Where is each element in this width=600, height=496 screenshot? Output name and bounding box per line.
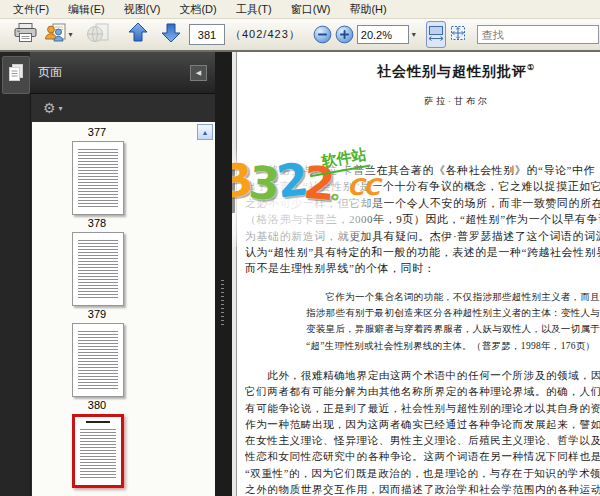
menu-item[interactable]: 窗口(W) bbox=[282, 0, 341, 19]
zoom-level-input[interactable] bbox=[357, 25, 409, 44]
page-thumbnail-label: 380 bbox=[70, 399, 124, 412]
scroll-up-button[interactable]: ▲ bbox=[197, 124, 213, 140]
zoom-in-button[interactable] bbox=[335, 25, 354, 45]
toolbar: ▾ （402/423） bbox=[0, 19, 600, 52]
text-line: 为基础的新造词，就更加具有疑问。杰伊·普罗瑟描述了这个词语的词源， bbox=[245, 228, 600, 244]
printer-icon bbox=[14, 23, 37, 46]
text-line: 之必不可少一样，但它却是一个令人不安的场所，而非一致赞同的所在。” bbox=[245, 195, 600, 211]
page-thumbnail[interactable] bbox=[72, 323, 124, 397]
pages-panel-sidebar: 页面 ◀ ⚙ ▾ ▲ 377378379380 bbox=[0, 52, 215, 496]
fit-width-button[interactable] bbox=[426, 21, 446, 48]
thumbnail-list: 377378379380 bbox=[32, 122, 215, 488]
page-thumbnail-label: 378 bbox=[70, 217, 124, 230]
panel-title: 页面 bbox=[38, 64, 62, 81]
thumbnail-text-preview bbox=[78, 240, 118, 298]
text-line: 作为一种范畴出现，因为这两者确实已经通过各种争论而发展起来，譬如， bbox=[245, 417, 600, 433]
block-quote: 它作为一个集合名词的功能，不仅指涉那些超性别主义者，而且也指涉那些有别于最初创造… bbox=[306, 289, 600, 354]
arrow-up-icon bbox=[128, 22, 148, 47]
text-line: 有可能争论说，正是到了最近，社会性别与超性别的理论才以其自身的资格 bbox=[245, 401, 600, 417]
quote-line: 指涉那些有别于最初创造来区分各种超性别主义者的主体：变性人与 bbox=[306, 305, 600, 321]
previous-page-button[interactable] bbox=[123, 21, 153, 48]
text-line: 性恋和女同性恋研究中的各种争论。这两个词语在另一种情况下同样也是 bbox=[245, 449, 600, 465]
fit-page-button[interactable] bbox=[449, 22, 467, 47]
panel-collapse-button[interactable]: ◀ bbox=[190, 65, 207, 81]
pages-icon bbox=[8, 64, 24, 86]
panel-options-row: ⚙ ▾ bbox=[30, 94, 215, 122]
text-line: 格洛弗与科拉·卡普兰在其合著的《各种社会性别》的“导论”中作 bbox=[245, 162, 600, 178]
paragraph-2: 此外，很难精确地界定由这两个术语中的任何一个所涉及的领域，因为它们两者都有可能分… bbox=[245, 368, 600, 496]
menu-bar: 文件(F)编辑(E)视图(V)文档(D)工具(T)窗口(W)帮助(H) bbox=[0, 0, 600, 19]
text-line: 此外，很难精确地界定由这两个术语中的任何一个所涉及的领域，因为 bbox=[245, 368, 600, 384]
page-count-label: （402/423） bbox=[230, 27, 301, 42]
document-title: 社会性别与超性别批评① bbox=[377, 63, 535, 81]
menu-item[interactable]: 帮助(H) bbox=[340, 0, 396, 19]
text-line: 之外的物质世界交互作用，因而描述了政治学和社会学范围内的各种运动， bbox=[245, 482, 600, 496]
quote-line: 它作为一个集合名词的功能，不仅指涉那些超性别主义者，而且也 bbox=[306, 289, 600, 305]
page-thumbnail[interactable] bbox=[72, 232, 124, 306]
text-line: 认为“超性别”具有特定的和一般的功能，表述的是一种“跨越社会性别界线 bbox=[245, 244, 600, 260]
zoom-out-button[interactable] bbox=[313, 25, 332, 45]
thumbnail-text-preview bbox=[80, 429, 116, 478]
quote-line: 变装皇后，异服癖者与穿着跨界服者，人妖与双性人，以及一切属于 bbox=[306, 321, 600, 337]
print-button[interactable] bbox=[10, 21, 40, 48]
page-thumbnail-label: 379 bbox=[70, 308, 124, 321]
collaborate-button[interactable]: ▾ bbox=[43, 21, 73, 48]
pdf-page[interactable]: 社会性别与超性别批评① 萨拉·甘布尔 格洛弗与科拉·卡普兰在其合著的《各种社会性… bbox=[237, 52, 600, 496]
title-footnote-mark: ① bbox=[527, 63, 535, 72]
panel-tab-strip bbox=[0, 52, 31, 496]
fit-page-icon bbox=[449, 24, 467, 46]
page-thumbnail-current[interactable] bbox=[72, 414, 124, 488]
thumbnail-pane: ▲ 377378379380 bbox=[32, 122, 215, 496]
options-dropdown-caret[interactable]: ▾ bbox=[59, 104, 63, 113]
document-viewport: 社会性别与超性别批评① 萨拉·甘布尔 格洛弗与科拉·卡普兰在其合著的《各种社会性… bbox=[232, 52, 600, 496]
thumbnail-text-preview bbox=[78, 149, 118, 207]
thumbnail-text-preview bbox=[78, 331, 118, 389]
text-line: （格洛弗与卡普兰，2000年，9页）因此，“超性别”作为一个以早有争议的术语 bbox=[245, 211, 600, 227]
scroll-up-icon: ▲ bbox=[202, 129, 209, 136]
upload-web-button-disabled bbox=[83, 21, 113, 48]
watermark-shadow-block bbox=[232, 163, 235, 216]
globe-document-icon bbox=[86, 23, 110, 47]
fit-width-icon bbox=[427, 24, 445, 46]
panel-splitter-handle[interactable] bbox=[215, 52, 232, 496]
text-line: 出了断言：“社会性别”是一个十分有争议的概念，它之难以捉摸正如它 bbox=[245, 178, 600, 194]
gear-icon[interactable]: ⚙ bbox=[43, 101, 56, 115]
thumbnail-title-line bbox=[86, 421, 110, 423]
text-line: 在女性主义理论、怪异理论、男性主义理论、后殖民主义理论、哲学以及男同 bbox=[245, 433, 600, 449]
text-line: 而不是生理性别界线”的个体，同时： bbox=[245, 260, 600, 276]
menu-item[interactable]: 编辑(E) bbox=[59, 0, 115, 19]
menu-item[interactable]: 视图(V) bbox=[115, 0, 171, 19]
text-line: 它们两者都有可能分解为由其他名称所界定的各种理论界域。的确，人们 bbox=[245, 384, 600, 400]
text-line: “双重性”的，因为它们既是政治的，也是理论的，与存在于知识的学术领域 bbox=[245, 466, 600, 482]
menu-item[interactable]: 文档(D) bbox=[170, 0, 226, 19]
menu-item[interactable]: 工具(T) bbox=[227, 0, 282, 19]
arrow-down-icon bbox=[161, 22, 181, 47]
people-document-icon bbox=[43, 23, 67, 47]
collapse-left-icon: ◀ bbox=[196, 69, 201, 77]
next-page-button[interactable] bbox=[156, 21, 186, 48]
menu-item[interactable]: 文件(F) bbox=[4, 0, 59, 19]
document-author: 萨拉·甘布尔 bbox=[424, 95, 490, 108]
paragraph-1: 格洛弗与科拉·卡普兰在其合著的《各种社会性别》的“导论”中作出了断言：“社会性别… bbox=[245, 162, 600, 277]
pages-panel-tab[interactable] bbox=[2, 56, 30, 94]
page-thumbnail[interactable] bbox=[72, 141, 124, 215]
zoom-dropdown-caret[interactable]: ▾ bbox=[412, 31, 416, 39]
collaborate-dropdown-caret[interactable]: ▾ bbox=[68, 31, 72, 39]
page-thumbnail-label: 377 bbox=[70, 126, 124, 139]
quote-line: “超”生理性别或社会性别界线的主体。（普罗瑟，1998年，176页） bbox=[306, 338, 600, 354]
panel-header: 页面 ◀ bbox=[30, 52, 215, 94]
page-number-input[interactable] bbox=[189, 24, 225, 45]
find-input[interactable] bbox=[477, 25, 599, 44]
main-area: 页面 ◀ ⚙ ▾ ▲ 377378379380 社会性别与超性别批评① 萨拉·甘… bbox=[0, 52, 600, 496]
